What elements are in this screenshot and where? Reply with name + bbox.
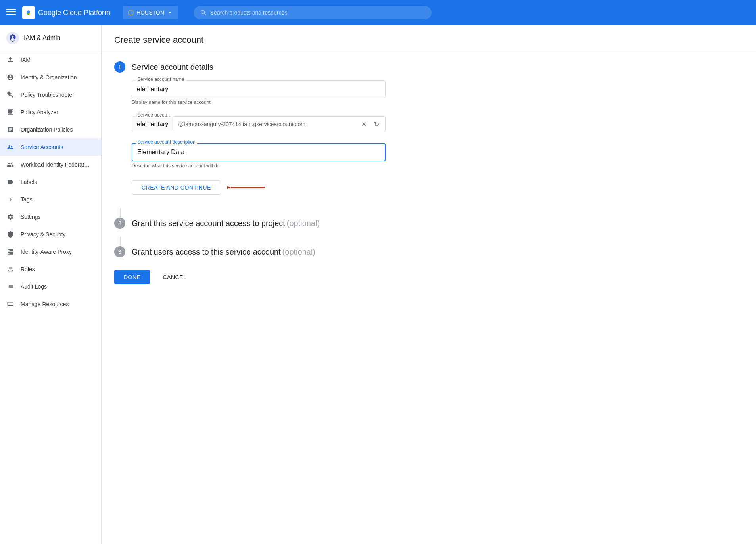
done-button[interactable]: DONE <box>114 270 150 284</box>
step-divider-2-3 <box>120 237 121 246</box>
menu-icon[interactable] <box>6 7 16 19</box>
step1-number: 1 <box>114 61 125 73</box>
sidebar-item-settings[interactable]: Settings <box>0 208 101 226</box>
clear-id-button[interactable]: ✕ <box>358 119 369 130</box>
sidebar-item-tags[interactable]: Tags <box>0 191 101 208</box>
service-account-description-input[interactable] <box>137 149 380 156</box>
step2-header: 2 Grant this service account access to p… <box>114 218 743 229</box>
step1-title: Service account details <box>132 63 213 72</box>
sidebar-label-manage-resources: Manage Resources <box>21 301 69 307</box>
service-account-name-input[interactable] <box>137 86 380 93</box>
sidebar-item-identity-organization[interactable]: Identity & Organization <box>0 69 101 86</box>
name-input-box <box>132 80 386 98</box>
sidebar-label-privacy-security: Privacy & Security <box>21 231 66 238</box>
id-field-label: Service accou… <box>136 112 173 118</box>
description-field-container: Service account description <box>132 143 386 161</box>
step2-title: Grant this service account access to pro… <box>132 219 285 228</box>
sidebar-item-labels[interactable]: Labels <box>0 173 101 191</box>
group-icon <box>6 161 14 169</box>
sidebar-label-policy-troubleshooter: Policy Troubleshooter <box>21 92 74 98</box>
sidebar-item-identity-aware-proxy[interactable]: Identity-Aware Proxy <box>0 243 101 261</box>
create-button-wrapper: CREATE AND CONTINUE <box>114 180 267 195</box>
svg-rect-1 <box>6 11 16 12</box>
step3-title: Grant users access to this service accou… <box>132 247 281 256</box>
sidebar-label-settings: Settings <box>21 214 41 220</box>
sidebar-item-manage-resources[interactable]: Manage Resources <box>0 295 101 313</box>
person-outline-icon <box>6 265 14 273</box>
sidebar-label-labels: Labels <box>21 179 37 185</box>
main-content: Create service account 1 Service account… <box>102 25 756 544</box>
id-prefix: elementary <box>132 117 173 132</box>
sidebar-item-policy-analyzer[interactable]: Policy Analyzer <box>0 103 101 121</box>
main-header: Create service account <box>102 25 756 52</box>
svg-rect-2 <box>6 14 16 15</box>
step3-section: 3 Grant users access to this service acc… <box>114 246 743 257</box>
step3-number: 3 <box>114 246 125 257</box>
service-account-id-row: elementary @famous-augury-307414.iam.gse… <box>132 116 386 132</box>
search-bar[interactable] <box>194 6 432 19</box>
sidebar-item-roles[interactable]: Roles <box>0 261 101 278</box>
create-button-arrow-annotation <box>227 180 267 195</box>
search-icon <box>200 9 207 16</box>
sidebar-label-tags: Tags <box>21 196 33 203</box>
top-header: Google Cloud Platform ⬡ HOUSTON <box>0 0 756 25</box>
build-icon <box>6 91 14 99</box>
cancel-button[interactable]: CANCEL <box>153 270 196 284</box>
project-dot-icon: ⬡ <box>128 8 134 17</box>
sidebar-item-workload-identity[interactable]: Workload Identity Federat… <box>0 156 101 173</box>
sidebar-item-iam[interactable]: IAM <box>0 51 101 69</box>
header-title: Google Cloud Platform <box>38 9 110 17</box>
step3-title-wrapper: Grant users access to this service accou… <box>132 247 315 257</box>
step3-header: 3 Grant users access to this service acc… <box>114 246 743 257</box>
sidebar-item-service-accounts[interactable]: Service Accounts <box>0 138 101 156</box>
sidebar-label-identity-organization: Identity & Organization <box>21 74 77 80</box>
create-and-continue-button[interactable]: CREATE AND CONTINUE <box>132 180 221 195</box>
article-icon <box>6 126 14 134</box>
description-field-wrapper: Service account description Describe wha… <box>114 143 743 169</box>
sidebar-label-workload-identity: Workload Identity Federat… <box>21 161 90 168</box>
name-hint: Display name for this service account <box>132 100 743 105</box>
account-circle-icon <box>6 73 14 81</box>
description-field-label: Service account description <box>136 139 197 145</box>
gcp-logo-icon <box>22 6 35 19</box>
step1-header: 1 Service account details <box>114 61 743 73</box>
project-selector[interactable]: ⬡ HOUSTON <box>123 6 178 19</box>
page-title: Create service account <box>114 35 743 45</box>
id-field-wrapper: Service accou… elementary @famous-augury… <box>114 116 743 132</box>
sidebar-item-organization-policies[interactable]: Organization Policies <box>0 121 101 138</box>
svg-rect-0 <box>6 9 16 10</box>
description-input-box <box>132 143 386 161</box>
list-icon <box>6 283 14 291</box>
bottom-buttons: DONE CANCEL <box>114 270 743 284</box>
receipt-icon <box>6 108 14 116</box>
sidebar-label-roles: Roles <box>21 266 35 272</box>
id-actions: ✕ ↻ <box>355 117 385 131</box>
step2-optional: (optional) <box>287 219 320 228</box>
label-icon <box>6 178 14 186</box>
refresh-id-button[interactable]: ↻ <box>371 119 382 130</box>
computer-icon <box>6 300 14 308</box>
sidebar-label-iam: IAM <box>21 57 31 63</box>
people-alt-icon <box>6 143 14 151</box>
sidebar-label-audit-logs: Audit Logs <box>21 283 47 290</box>
tags-icon <box>6 195 14 203</box>
name-field-container: Service account name <box>132 80 386 98</box>
sidebar-header: IAM & Admin <box>0 25 101 51</box>
sidebar-title: IAM & Admin <box>24 34 60 42</box>
name-field-wrapper: Service account name Display name for th… <box>114 80 743 105</box>
chevron-down-icon <box>167 10 173 16</box>
step2-number: 2 <box>114 218 125 229</box>
search-input[interactable] <box>210 10 425 16</box>
sidebar-item-audit-logs[interactable]: Audit Logs <box>0 278 101 295</box>
header-logo: Google Cloud Platform <box>22 6 110 19</box>
sidebar-item-privacy-security[interactable]: Privacy & Security <box>0 226 101 243</box>
description-hint: Describe what this service account will … <box>132 163 743 169</box>
step3-optional: (optional) <box>282 247 315 256</box>
step1-section: 1 Service account details Service accoun… <box>114 61 743 195</box>
sidebar-label-policy-analyzer: Policy Analyzer <box>21 109 58 115</box>
shield-icon <box>6 230 14 238</box>
sidebar-label-service-accounts: Service Accounts <box>21 144 63 150</box>
sidebar: IAM & Admin IAM Identity & Organization … <box>0 25 102 544</box>
person-icon <box>6 56 14 64</box>
sidebar-item-policy-troubleshooter[interactable]: Policy Troubleshooter <box>0 86 101 103</box>
